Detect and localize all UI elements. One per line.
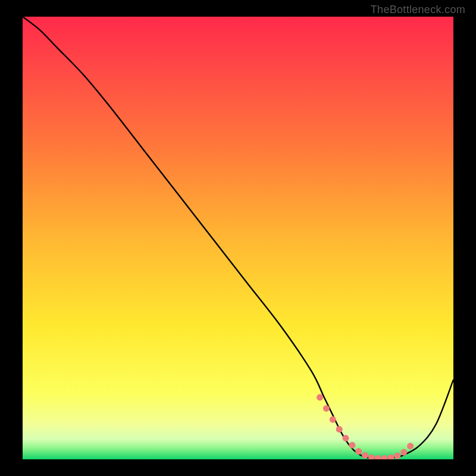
gradient-background	[23, 17, 453, 459]
marker-dot	[407, 443, 414, 449]
chart-svg	[23, 17, 453, 459]
marker-dot	[317, 394, 323, 400]
chart-container: TheBottleneck.com	[0, 0, 476, 476]
marker-dot	[355, 448, 362, 455]
watermark-text: TheBottleneck.com	[371, 4, 465, 16]
marker-dot	[336, 426, 343, 433]
marker-dot	[330, 416, 336, 423]
marker-dot	[362, 452, 368, 459]
plot-area	[23, 17, 453, 459]
marker-dot	[349, 442, 355, 449]
marker-dot	[400, 449, 407, 456]
marker-dot	[323, 405, 330, 412]
marker-dot	[394, 453, 400, 459]
marker-dot	[343, 435, 349, 441]
